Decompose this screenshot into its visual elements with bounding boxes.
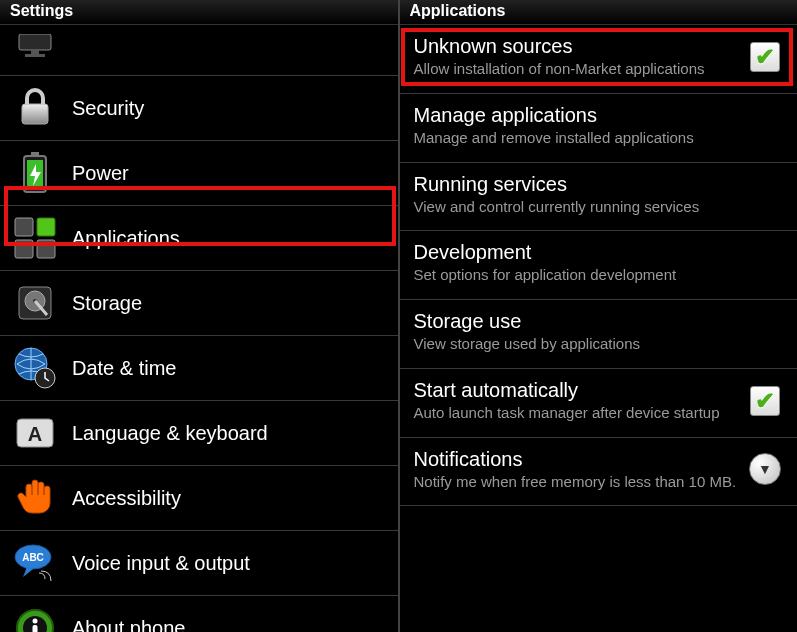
svg-rect-1 — [31, 50, 39, 54]
settings-item-label: Voice input & output — [72, 552, 250, 575]
settings-item-label: Applications — [72, 227, 180, 250]
app-item-subtitle: Allow installation of non-Market applica… — [414, 60, 740, 79]
applications-title: Applications — [400, 0, 798, 25]
start-automatically-checkbox[interactable] — [750, 386, 780, 416]
svg-text:ABC: ABC — [22, 552, 44, 563]
settings-item-about-phone[interactable]: About phone — [0, 596, 398, 632]
voice-abc-icon: ABC — [12, 541, 58, 585]
settings-item-date-time[interactable]: Date & time — [0, 336, 398, 401]
app-item-title: Notifications — [414, 448, 740, 471]
app-item-running-services[interactable]: Running services View and control curren… — [400, 163, 798, 232]
svg-rect-9 — [15, 240, 33, 258]
svg-text:A: A — [28, 423, 42, 445]
settings-item-label: Security — [72, 97, 144, 120]
settings-item-label: About phone — [72, 617, 185, 633]
settings-item-label: Language & keyboard — [72, 422, 268, 445]
hand-icon — [12, 476, 58, 520]
svg-point-22 — [33, 619, 38, 624]
app-item-subtitle: Notify me when free memory is less than … — [414, 473, 740, 492]
settings-list: Security Power Applications — [0, 25, 398, 632]
globe-clock-icon — [12, 346, 58, 390]
app-item-title: Development — [414, 241, 776, 264]
app-item-title: Manage applications — [414, 104, 776, 127]
settings-item-label: Date & time — [72, 357, 176, 380]
settings-item-security[interactable]: Security — [0, 76, 398, 141]
settings-item-language-keyboard[interactable]: A Language & keyboard — [0, 401, 398, 466]
settings-title: Settings — [0, 0, 398, 25]
app-item-manage-applications[interactable]: Manage applications Manage and remove in… — [400, 94, 798, 163]
settings-item-voice[interactable]: ABC Voice input & output — [0, 531, 398, 596]
svg-rect-0 — [19, 34, 51, 50]
app-item-subtitle: Auto launch task manager after device st… — [414, 404, 740, 423]
svg-rect-7 — [15, 218, 33, 236]
settings-item-label: Storage — [72, 292, 142, 315]
settings-item-power[interactable]: Power — [0, 141, 398, 206]
unknown-sources-checkbox[interactable] — [750, 42, 780, 72]
settings-item-storage[interactable]: Storage — [0, 271, 398, 336]
settings-item-applications[interactable]: Applications — [0, 206, 398, 271]
keyboard-a-icon: A — [12, 411, 58, 455]
app-item-title: Unknown sources — [414, 35, 740, 58]
app-item-start-automatically[interactable]: Start automatically Auto launch task man… — [400, 369, 798, 438]
monitor-icon — [12, 25, 58, 69]
settings-item-accessibility[interactable]: Accessibility — [0, 466, 398, 531]
app-item-subtitle: Manage and remove installed applications — [414, 129, 776, 148]
settings-panel: Settings Security Power — [0, 0, 400, 632]
applications-list: Unknown sources Allow installation of no… — [400, 25, 798, 632]
app-item-subtitle: Set options for application development — [414, 266, 776, 285]
settings-item-label: Accessibility — [72, 487, 181, 510]
app-item-storage-use[interactable]: Storage use View storage used by applica… — [400, 300, 798, 369]
app-item-title: Storage use — [414, 310, 776, 333]
applications-panel: Applications Unknown sources Allow insta… — [400, 0, 798, 632]
app-item-title: Running services — [414, 173, 776, 196]
battery-icon — [12, 151, 58, 195]
settings-item-display-partial[interactable] — [0, 25, 398, 76]
app-item-title: Start automatically — [414, 379, 740, 402]
app-item-development[interactable]: Development Set options for application … — [400, 231, 798, 300]
svg-rect-10 — [37, 240, 55, 258]
lock-icon — [12, 86, 58, 130]
app-item-subtitle: View and control currently running servi… — [414, 198, 776, 217]
apps-icon — [12, 216, 58, 260]
settings-item-label: Power — [72, 162, 129, 185]
info-icon — [12, 606, 58, 632]
app-item-subtitle: View storage used by applications — [414, 335, 776, 354]
svg-rect-2 — [25, 54, 45, 57]
svg-rect-23 — [33, 625, 38, 632]
svg-rect-3 — [22, 104, 48, 124]
svg-rect-8 — [37, 218, 55, 236]
hdd-icon — [12, 281, 58, 325]
notifications-dropdown[interactable] — [749, 453, 781, 485]
app-item-notifications[interactable]: Notifications Notify me when free memory… — [400, 438, 798, 507]
app-item-unknown-sources[interactable]: Unknown sources Allow installation of no… — [400, 25, 798, 94]
